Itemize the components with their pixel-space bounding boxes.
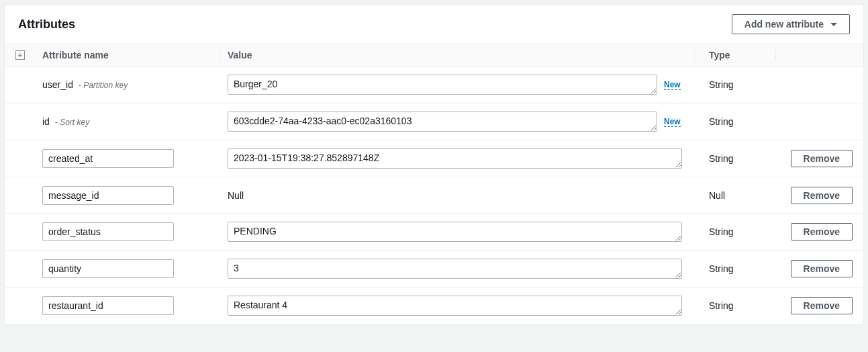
new-indicator: New bbox=[664, 117, 681, 127]
table-row: user_id - Partition keyBurger_20NewStrin… bbox=[5, 67, 863, 103]
add-attribute-button[interactable]: Add new attribute bbox=[732, 14, 850, 34]
attribute-name-label: id bbox=[42, 116, 50, 127]
panel-header: Attributes Add new attribute bbox=[5, 5, 863, 44]
remove-button[interactable]: Remove bbox=[791, 223, 853, 240]
attribute-type-label: String bbox=[709, 263, 734, 274]
panel-title: Attributes bbox=[18, 17, 75, 32]
attribute-type-label: String bbox=[709, 300, 734, 311]
attribute-name-input[interactable] bbox=[42, 149, 174, 168]
table-body: user_id - Partition keyBurger_20NewStrin… bbox=[5, 67, 863, 324]
attribute-type-label: String bbox=[709, 153, 734, 164]
caret-down-icon bbox=[830, 23, 837, 26]
table-row: 3StringRemove bbox=[5, 251, 863, 288]
remove-button[interactable]: Remove bbox=[791, 297, 853, 314]
attribute-value-input[interactable]: PENDING bbox=[228, 222, 682, 242]
sort-key-hint: - Sort key bbox=[55, 118, 89, 127]
attribute-value-input[interactable]: 2023-01-15T19:38:27.852897148Z bbox=[228, 148, 682, 169]
remove-button[interactable]: Remove bbox=[791, 260, 853, 277]
attribute-type-label: String bbox=[709, 79, 734, 90]
attribute-name-input[interactable] bbox=[42, 186, 174, 205]
column-header-name: Attribute name bbox=[36, 50, 220, 60]
table-row: PENDINGStringRemove bbox=[5, 214, 863, 251]
table-header-row: + Attribute name Value Type bbox=[5, 44, 863, 67]
table-row: Restaurant 4StringRemove bbox=[5, 288, 863, 324]
add-attribute-label: Add new attribute bbox=[744, 19, 824, 30]
table-row: 2023-01-15T19:38:27.852897148ZStringRemo… bbox=[5, 140, 863, 177]
attribute-value-input[interactable]: Restaurant 4 bbox=[228, 296, 682, 316]
remove-button[interactable]: Remove bbox=[791, 150, 853, 167]
attribute-type-label: Null bbox=[709, 190, 725, 201]
column-header-type: Type bbox=[695, 50, 776, 60]
attribute-name-input[interactable] bbox=[42, 296, 174, 315]
attribute-name-input[interactable] bbox=[42, 222, 174, 241]
remove-button[interactable]: Remove bbox=[791, 187, 853, 204]
attribute-value-input[interactable]: Burger_20 bbox=[228, 75, 657, 95]
attribute-type-label: String bbox=[709, 226, 734, 237]
table-row: NullNullRemove bbox=[5, 177, 863, 214]
attribute-value-input[interactable]: 3 bbox=[228, 259, 682, 279]
attribute-name-input[interactable] bbox=[42, 259, 174, 278]
null-value-label: Null bbox=[228, 190, 244, 201]
attribute-value-input[interactable]: 603cdde2-74aa-4233-aac0-ec02a3160103 bbox=[228, 112, 657, 132]
attribute-type-label: String bbox=[709, 116, 734, 127]
column-header-value: Value bbox=[220, 50, 695, 60]
expand-all-icon[interactable]: + bbox=[15, 50, 25, 60]
attributes-panel: Attributes Add new attribute + Attribute… bbox=[4, 4, 864, 324]
new-indicator: New bbox=[664, 80, 681, 90]
partition-key-hint: - Partition key bbox=[79, 81, 128, 90]
table-row: id - Sort key603cdde2-74aa-4233-aac0-ec0… bbox=[5, 103, 863, 140]
attribute-name-label: user_id bbox=[42, 79, 73, 90]
